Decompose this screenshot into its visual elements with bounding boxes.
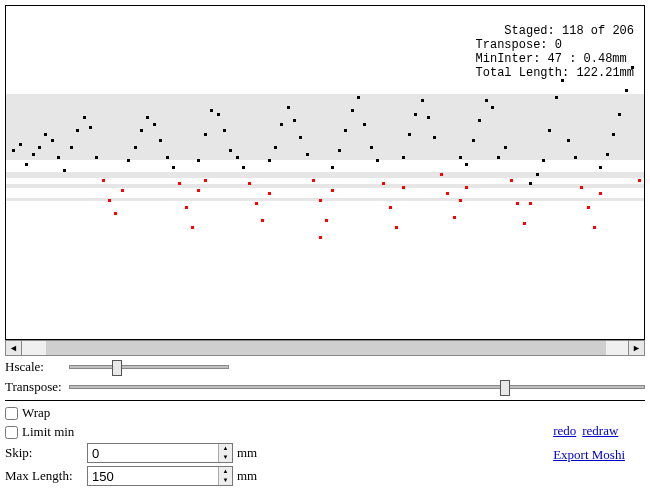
skip-unit: mm xyxy=(237,445,257,461)
wrap-row: Wrap xyxy=(5,405,257,421)
scroll-right-icon[interactable]: ► xyxy=(628,341,644,355)
spin-down-icon[interactable]: ▼ xyxy=(219,453,232,462)
hscale-label: Hscale: xyxy=(5,359,65,375)
transpose-row: Transpose: xyxy=(5,378,645,396)
maxlen-row: Max Length: ▲▼ mm xyxy=(5,466,257,486)
limit-min-checkbox[interactable] xyxy=(5,426,18,439)
info-line: MinInter: 47 : 0.48mm xyxy=(476,52,627,66)
scroll-track[interactable] xyxy=(22,341,628,355)
skip-input[interactable] xyxy=(88,444,218,462)
maxlen-label: Max Length: xyxy=(5,468,83,484)
horizontal-scrollbar[interactable]: ◄ ► xyxy=(5,340,645,356)
export-moshi-link[interactable]: Export Moshi xyxy=(553,447,625,463)
separator xyxy=(5,400,645,401)
limit-min-label: Limit min xyxy=(22,424,74,440)
wrap-label: Wrap xyxy=(22,405,50,421)
redraw-link[interactable]: redraw xyxy=(582,423,618,439)
info-box: Staged: 118 of 206 Transpose: 0 MinInter… xyxy=(476,10,634,94)
info-line: Transpose: 0 xyxy=(476,38,562,52)
options-column: Wrap Limit min Skip: ▲▼ mm Max Length: ▲… xyxy=(5,405,257,486)
skip-label: Skip: xyxy=(5,445,83,461)
maxlen-unit: mm xyxy=(237,468,257,484)
links-column: redo redraw Export Moshi xyxy=(553,405,645,463)
redo-link[interactable]: redo xyxy=(553,423,576,439)
skip-input-wrap: ▲▼ xyxy=(87,443,233,463)
maxlen-spinner[interactable]: ▲▼ xyxy=(218,467,232,485)
transpose-thumb[interactable] xyxy=(500,380,510,396)
hscale-thumb[interactable] xyxy=(112,360,122,376)
scroll-left-icon[interactable]: ◄ xyxy=(6,341,22,355)
spin-up-icon[interactable]: ▲ xyxy=(219,467,232,476)
redo-redraw-row: redo redraw xyxy=(553,423,618,439)
bottom-panel: Wrap Limit min Skip: ▲▼ mm Max Length: ▲… xyxy=(5,405,645,486)
transpose-slider-label: Transpose: xyxy=(5,379,65,395)
limit-min-row: Limit min xyxy=(5,424,257,440)
transpose-slider[interactable] xyxy=(69,385,645,389)
plot-area: Staged: 118 of 206 Transpose: 0 MinInter… xyxy=(5,5,645,340)
scroll-thumb[interactable] xyxy=(46,341,606,355)
skip-row: Skip: ▲▼ mm xyxy=(5,443,257,463)
info-line: Total Length: 122.21mm xyxy=(476,66,634,80)
skip-spinner[interactable]: ▲▼ xyxy=(218,444,232,462)
wrap-checkbox[interactable] xyxy=(5,407,18,420)
hscale-row: Hscale: xyxy=(5,358,645,376)
spin-down-icon[interactable]: ▼ xyxy=(219,476,232,485)
maxlen-input-wrap: ▲▼ xyxy=(87,466,233,486)
spin-up-icon[interactable]: ▲ xyxy=(219,444,232,453)
maxlen-input[interactable] xyxy=(88,467,218,485)
info-line: Staged: 118 of 206 xyxy=(504,24,634,38)
hscale-slider[interactable] xyxy=(69,365,229,369)
